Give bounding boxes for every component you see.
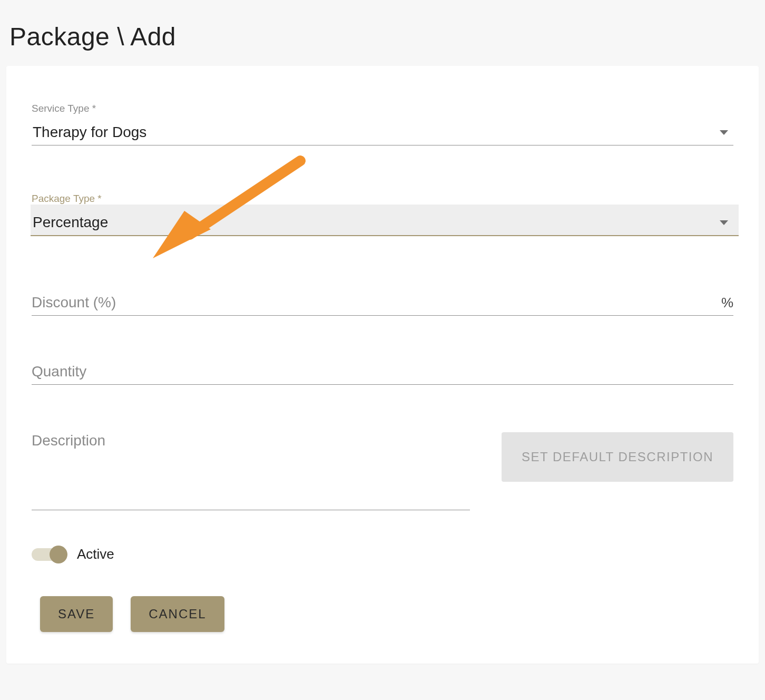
cancel-button[interactable]: CANCEL (131, 596, 224, 632)
service-type-select[interactable]: Therapy for Dogs (32, 114, 733, 145)
description-row: Description SET DEFAULT DESCRIPTION (32, 432, 733, 510)
service-type-field: Service Type * Therapy for Dogs (32, 103, 733, 145)
active-toggle[interactable] (32, 548, 65, 561)
service-type-value: Therapy for Dogs (32, 124, 146, 141)
quantity-input[interactable] (32, 363, 733, 380)
description-label: Description (32, 432, 470, 510)
form-button-row: SAVE CANCEL (40, 596, 733, 632)
active-toggle-label: Active (77, 546, 114, 562)
chevron-down-icon (720, 130, 728, 135)
form-card: Service Type * Therapy for Dogs Package … (6, 66, 759, 664)
discount-suffix: % (721, 295, 733, 311)
discount-field: % (32, 294, 733, 316)
toggle-knob-icon (50, 546, 67, 563)
description-input[interactable] (32, 510, 470, 510)
set-default-description-button[interactable]: SET DEFAULT DESCRIPTION (502, 432, 733, 482)
page-title: Package \ Add (0, 0, 765, 66)
service-type-label: Service Type * (32, 103, 733, 114)
package-type-select[interactable]: Percentage (31, 205, 739, 236)
package-type-label: Package Type * (32, 193, 733, 205)
package-type-value: Percentage (32, 214, 108, 231)
package-type-field: Package Type * Percentage (32, 193, 733, 236)
discount-input[interactable] (32, 294, 721, 311)
quantity-field (32, 363, 733, 385)
save-button[interactable]: SAVE (40, 596, 113, 632)
active-toggle-row: Active (32, 546, 733, 562)
chevron-down-icon (720, 220, 728, 225)
